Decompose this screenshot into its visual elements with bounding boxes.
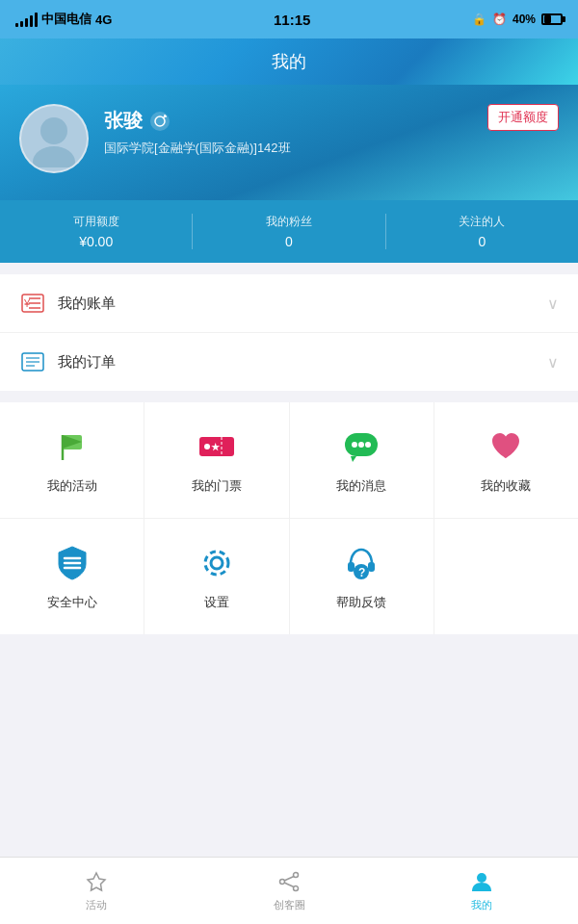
bill-icon: ¥ bbox=[19, 290, 46, 317]
grid-row-1: 我的活动 ★ 我的门票 bbox=[0, 402, 578, 519]
svg-line-39 bbox=[284, 877, 294, 882]
bill-chevron-icon: ∨ bbox=[547, 295, 559, 313]
carrier-label: 中国电信 bbox=[41, 11, 92, 28]
svg-point-31 bbox=[205, 552, 228, 575]
nav-mine-label: 我的 bbox=[471, 898, 492, 912]
grid-ticket-label: 我的门票 bbox=[192, 477, 242, 495]
signal-icon bbox=[15, 13, 38, 27]
alarm-icon: ⏰ bbox=[492, 13, 507, 26]
gear-icon bbox=[196, 542, 238, 584]
svg-rect-33 bbox=[368, 562, 375, 572]
nav-activity-label: 活动 bbox=[86, 898, 107, 912]
menu-item-bill[interactable]: ¥ 我的账单 ∨ bbox=[0, 274, 578, 333]
open-quota-button[interactable]: 开通额度 bbox=[487, 104, 559, 131]
grid-cell-settings[interactable]: 设置 bbox=[144, 519, 289, 634]
svg-point-1 bbox=[33, 146, 75, 167]
stat-quota-value: ¥0.00 bbox=[0, 234, 192, 249]
grid-cell-activity[interactable]: 我的活动 bbox=[0, 402, 144, 518]
stat-following: 关注的人 0 bbox=[386, 214, 578, 249]
bottom-nav: 活动 创客圈 我的 bbox=[0, 857, 578, 924]
nav-item-activity[interactable]: 活动 bbox=[0, 858, 193, 924]
grid-favorite-label: 我的收藏 bbox=[481, 477, 531, 495]
page-header: 我的 bbox=[0, 38, 578, 85]
grid-cell-security[interactable]: 安全中心 bbox=[0, 519, 144, 634]
grid-cell-favorite[interactable]: 我的收藏 bbox=[434, 402, 578, 518]
grid-message-label: 我的消息 bbox=[336, 477, 386, 495]
menu-section: ¥ 我的账单 ∨ 我的订单 ∨ bbox=[0, 274, 578, 391]
stat-fans-value: 0 bbox=[193, 234, 384, 249]
svg-rect-32 bbox=[348, 562, 355, 572]
shield-icon bbox=[51, 542, 93, 584]
menu-order-label: 我的订单 bbox=[58, 353, 547, 372]
page-title: 我的 bbox=[272, 52, 306, 71]
stat-following-label: 关注的人 bbox=[386, 214, 578, 230]
grid-activity-label: 我的活动 bbox=[47, 477, 97, 495]
grid-cell-help[interactable]: ? 帮助反馈 bbox=[290, 519, 434, 634]
svg-point-19 bbox=[204, 444, 210, 449]
grid-cell-ticket[interactable]: ★ 我的门票 bbox=[144, 402, 289, 518]
svg-point-24 bbox=[358, 442, 364, 448]
svg-point-0 bbox=[40, 117, 67, 144]
svg-text:★: ★ bbox=[211, 442, 221, 452]
nav-item-mine[interactable]: 我的 bbox=[385, 858, 578, 924]
menu-bill-label: 我的账单 bbox=[58, 295, 547, 313]
svg-marker-26 bbox=[351, 456, 356, 462]
battery-icon bbox=[541, 13, 563, 25]
grid-section: 我的活动 ★ 我的门票 bbox=[0, 402, 578, 634]
grid-cell-message[interactable]: 我的消息 bbox=[290, 402, 434, 518]
battery-pct: 40% bbox=[512, 13, 536, 26]
stat-following-value: 0 bbox=[386, 234, 578, 249]
svg-point-41 bbox=[477, 873, 486, 883]
profile-section: 张骏 国际学院[金融学(国际金融)]142班 开通额度 bbox=[0, 85, 578, 200]
order-icon bbox=[19, 348, 46, 375]
network-label: 4G bbox=[95, 13, 112, 27]
stat-quota-label: 可用额度 bbox=[0, 214, 192, 230]
status-right: 🔒 ⏰ 40% bbox=[472, 13, 563, 26]
message-icon bbox=[340, 425, 382, 468]
lock-icon: 🔒 bbox=[472, 13, 486, 26]
status-bar: 中国电信 4G 11:15 🔒 ⏰ 40% bbox=[0, 0, 578, 38]
grid-help-label: 帮助反馈 bbox=[336, 594, 386, 611]
svg-point-38 bbox=[294, 886, 299, 891]
gender-icon bbox=[150, 112, 170, 131]
grid-security-label: 安全中心 bbox=[47, 594, 97, 611]
svg-line-40 bbox=[284, 883, 294, 887]
svg-text:?: ? bbox=[358, 566, 365, 579]
avatar bbox=[19, 104, 89, 173]
profile-school: 国际学院[金融学(国际金融)]142班 bbox=[104, 140, 559, 157]
svg-point-36 bbox=[280, 880, 285, 885]
menu-item-order[interactable]: 我的订单 ∨ bbox=[0, 333, 578, 391]
spacer bbox=[0, 634, 578, 657]
svg-point-25 bbox=[365, 442, 371, 448]
svg-point-30 bbox=[211, 557, 223, 569]
ticket-icon: ★ bbox=[196, 425, 238, 468]
order-chevron-icon: ∨ bbox=[547, 353, 559, 372]
profile-name: 张骏 bbox=[104, 108, 143, 134]
grid-settings-label: 设置 bbox=[204, 594, 229, 611]
status-time: 11:15 bbox=[274, 12, 310, 28]
mine-nav-icon bbox=[469, 869, 494, 894]
flag-icon bbox=[51, 425, 93, 468]
stat-fans-label: 我的粉丝 bbox=[193, 214, 384, 230]
status-carrier: 中国电信 4G bbox=[15, 11, 112, 28]
stats-bar: 可用额度 ¥0.00 我的粉丝 0 关注的人 0 bbox=[0, 200, 578, 263]
grid-cell-empty bbox=[434, 519, 578, 634]
activity-nav-icon bbox=[84, 869, 109, 894]
circle-nav-icon bbox=[276, 869, 302, 894]
heart-icon bbox=[485, 425, 527, 468]
stat-quota: 可用额度 ¥0.00 bbox=[0, 214, 193, 249]
stat-fans: 我的粉丝 0 bbox=[193, 214, 385, 249]
nav-item-circle[interactable]: 创客圈 bbox=[193, 858, 385, 924]
svg-point-37 bbox=[294, 873, 299, 878]
headset-icon: ? bbox=[340, 542, 382, 584]
nav-circle-label: 创客圈 bbox=[274, 898, 305, 912]
grid-row-2: 安全中心 设置 ? bbox=[0, 519, 578, 634]
svg-point-23 bbox=[352, 442, 357, 448]
